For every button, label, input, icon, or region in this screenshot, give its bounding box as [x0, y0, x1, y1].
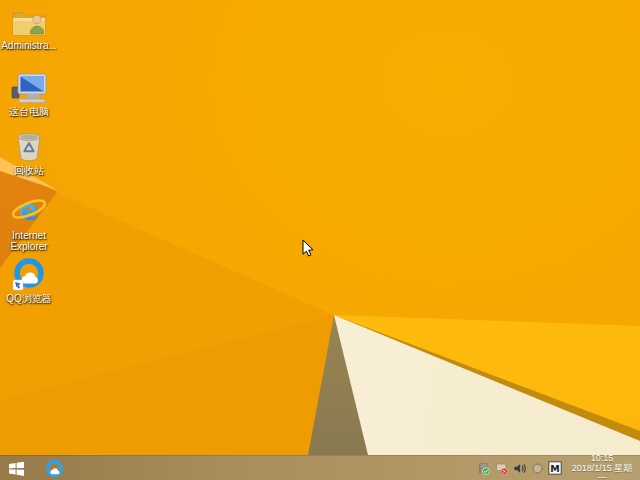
windows-desktop: Administra... 这台电脑 回收站 [0, 0, 640, 480]
desktop-background[interactable] [0, 0, 640, 455]
desktop-icon-label: Internet Explorer [1, 230, 57, 252]
desktop-icon-this-pc[interactable]: 这台电脑 [0, 70, 58, 117]
desktop-icon-qq-browser[interactable]: QQ浏览器 [0, 257, 58, 304]
network-error-icon[interactable] [494, 461, 508, 475]
system-tray: M [476, 461, 568, 475]
desktop-icon-label: Administra... [1, 40, 57, 51]
desktop-icon-label: QQ浏览器 [6, 293, 52, 304]
clock-time: 10:15 [568, 453, 636, 463]
action-center-flag-icon[interactable] [476, 461, 490, 475]
taskbar-clock[interactable]: 10:15 2018/1/15 星期一 [568, 451, 640, 480]
start-button[interactable] [0, 456, 32, 480]
clock-date: 2018/1/15 星期一 [568, 463, 636, 480]
qq-browser-icon [12, 257, 46, 291]
desktop-icon-administrator[interactable]: Administra... [0, 4, 58, 51]
desktop-icon-label: 这台电脑 [9, 106, 49, 117]
desktop-icon-recycle-bin[interactable]: 回收站 [0, 129, 58, 176]
language-indicator-icon[interactable] [530, 461, 544, 475]
svg-text:e: e [20, 194, 39, 227]
ime-mode-icon[interactable]: M [548, 461, 562, 475]
internet-explorer-icon: e [10, 194, 48, 228]
user-folder-icon [10, 4, 48, 38]
desktop-icon-internet-explorer[interactable]: e Internet Explorer [0, 194, 58, 252]
ime-mode-letter: M [550, 463, 559, 474]
recycle-bin-icon [14, 129, 44, 163]
volume-icon[interactable] [512, 461, 526, 475]
taskbar: M 10:15 2018/1/15 星期一 [0, 455, 640, 480]
desktop-icon-label: 回收站 [14, 165, 44, 176]
computer-icon [10, 70, 48, 104]
taskbar-qq-browser[interactable] [40, 456, 68, 480]
windows-logo-icon [8, 461, 25, 476]
qq-browser-icon [45, 459, 64, 478]
